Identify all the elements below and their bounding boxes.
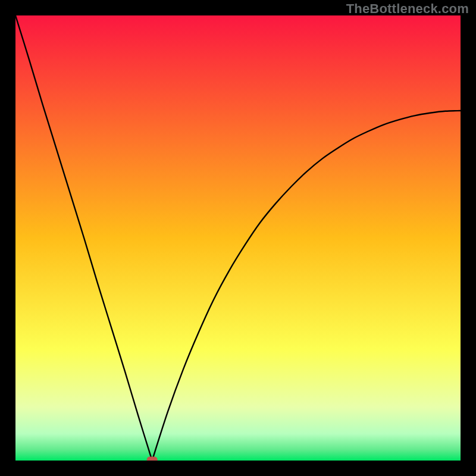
chart-svg bbox=[15, 15, 461, 461]
plot-area bbox=[15, 15, 461, 461]
chart-frame: TheBottleneck.com bbox=[0, 0, 476, 476]
gradient-background bbox=[15, 15, 461, 461]
watermark-text: TheBottleneck.com bbox=[346, 1, 469, 17]
minimum-marker bbox=[147, 457, 158, 461]
